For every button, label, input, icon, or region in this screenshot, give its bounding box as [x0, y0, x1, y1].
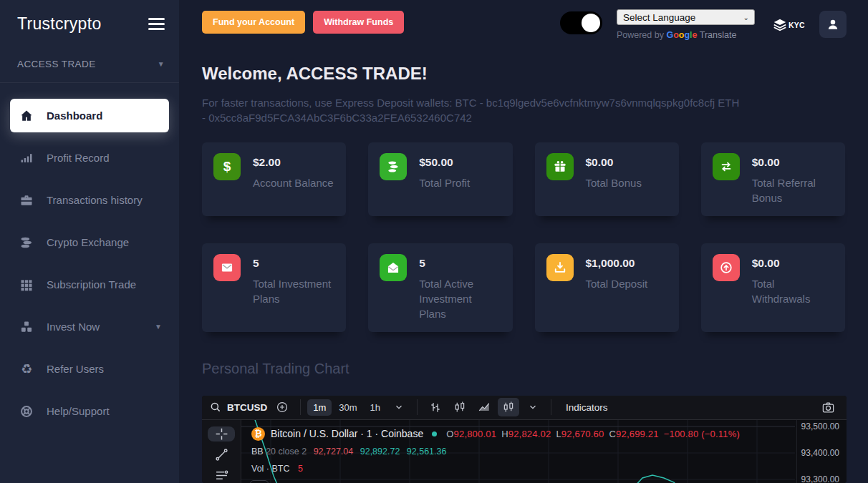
- sidebar-item-dashboard[interactable]: Dashboard: [10, 99, 169, 132]
- sidebar-item-invest-now[interactable]: Invest Now ▼: [10, 310, 169, 343]
- chart-style-candles-button[interactable]: [449, 398, 471, 416]
- stat-label: Total Referral Bonus: [752, 175, 834, 205]
- account-selector[interactable]: ACCESS TRADE ▼: [0, 44, 179, 83]
- chart-section-title: Personal Trading Chart: [202, 361, 845, 377]
- arrow-up-circle-icon: [713, 254, 740, 281]
- chevron-down-icon: ⌄: [743, 14, 749, 21]
- stat-value: 5: [419, 257, 501, 270]
- sidebar-item-label: Profit Record: [47, 152, 110, 164]
- envelope-open-icon: [380, 254, 407, 281]
- candles-icon: [453, 401, 466, 414]
- legend-symbol-row: ₿ Bitcoin / U.S. Dollar · 1 · Coinbase O…: [251, 427, 740, 441]
- price-scale[interactable]: 93,500.00 93,400.00 93,300.00: [796, 420, 847, 483]
- toolbar-divider: [417, 399, 418, 415]
- sidebar-item-transactions-history[interactable]: Transactions history: [10, 183, 169, 217]
- sidebar-item-crypto-exchange[interactable]: Crypto Exchange: [10, 225, 169, 259]
- layers-icon: [772, 17, 788, 33]
- fund-account-button[interactable]: Fund your Account: [202, 11, 305, 34]
- chevron-down-icon: ▼: [155, 323, 162, 331]
- user-icon: [826, 17, 840, 31]
- kyc-button[interactable]: KYC: [772, 17, 805, 33]
- ohlc-values: O92,800.01H92,824.02L92,670.60C92,699.21…: [446, 429, 740, 439]
- horizontal-lines-tool-button[interactable]: [208, 467, 235, 483]
- recycle-icon: ♻: [19, 362, 34, 376]
- stat-value: 5: [253, 257, 334, 270]
- account-name: ACCESS TRADE: [17, 59, 96, 69]
- symbol-label: BTCUSD: [227, 402, 267, 413]
- symbol-search[interactable]: BTCUSD: [209, 401, 270, 414]
- language-select-value: Select Language: [623, 12, 695, 23]
- stat-card-total-referral-bonus: $0.00 Total Referral Bonus: [701, 142, 845, 216]
- stat-label: Account Balance: [253, 175, 334, 190]
- price-label: 93,300.00: [801, 474, 839, 483]
- theme-toggle[interactable]: [560, 11, 602, 34]
- chart-style-menu-button[interactable]: [522, 398, 544, 416]
- withdraw-funds-button[interactable]: Withdraw Funds: [313, 11, 404, 34]
- stat-label: Total Withdrawals: [752, 276, 834, 306]
- stat-value: $0.00: [752, 156, 834, 169]
- briefcase-icon: [19, 193, 34, 208]
- sidebar-item-label: Invest Now: [47, 321, 100, 333]
- legend-collapse-button[interactable]: [250, 480, 269, 483]
- page-title: Welcome, ACCESS TRADE!: [202, 64, 845, 84]
- sidebar-item-label: Subscription Trade: [47, 278, 136, 291]
- camera-icon: [821, 401, 835, 414]
- interval-30m-button[interactable]: 30m: [333, 399, 362, 416]
- chart-style-bars-button[interactable]: [425, 398, 446, 416]
- bitcoin-icon: ₿: [251, 427, 265, 441]
- stat-card-total-deposit: $1,000.00 Total Deposit: [535, 243, 679, 332]
- user-avatar-button[interactable]: [819, 11, 847, 38]
- life-ring-icon: [19, 404, 34, 419]
- crosshair-tool-button[interactable]: [208, 426, 235, 442]
- stat-label: Total Bonus: [586, 175, 642, 190]
- interval-1m-button[interactable]: 1m: [307, 399, 332, 416]
- indicators-button[interactable]: Indicators: [560, 402, 608, 413]
- envelope-icon: [213, 254, 241, 281]
- compare-add-button[interactable]: [271, 398, 293, 416]
- sidebar-item-profit-record[interactable]: Profit Record: [10, 141, 169, 175]
- chart-style-hollow-candles-button[interactable]: [498, 398, 519, 416]
- welcome-section: Welcome, ACCESS TRADE! For faster transa…: [179, 40, 868, 126]
- stat-card-total-bonus: $0.00 Total Bonus: [535, 142, 679, 216]
- sidebar-item-subscription-trade[interactable]: Subscription Trade: [10, 268, 169, 301]
- sidebar-item-refer-users[interactable]: ♻ Refer Users: [10, 352, 169, 386]
- sidebar-item-label: Refer Users: [47, 363, 104, 375]
- chart-style-area-button[interactable]: [473, 398, 495, 416]
- menu-icon[interactable]: [147, 12, 166, 36]
- hollow-candles-icon: [502, 401, 515, 414]
- app-logo[interactable]: Trustcrypto: [17, 14, 101, 34]
- repeat-icon: [713, 153, 740, 180]
- search-icon: [209, 401, 222, 414]
- price-label: 93,400.00: [801, 448, 839, 458]
- gift-icon: [546, 153, 574, 180]
- top-bar: Fund your Account Withdraw Funds Select …: [179, 0, 868, 40]
- google-logo: Google: [666, 30, 697, 40]
- trend-line-tool-button[interactable]: [208, 447, 235, 462]
- toolbar-divider: [551, 399, 551, 415]
- stat-value: $2.00: [253, 156, 334, 169]
- interval-1h-button[interactable]: 1h: [365, 399, 386, 416]
- chart-plot-area[interactable]: ₿ Bitcoin / U.S. Dollar · 1 · Coinbase O…: [241, 420, 796, 483]
- drawing-toolbar: [202, 420, 241, 483]
- powered-by-google-translate: Powered by Google Translate: [617, 30, 755, 40]
- sidebar-nav: Dashboard Profit Record Transactions his…: [0, 99, 179, 436]
- toggle-knob: [582, 14, 600, 32]
- stat-label: Total Investment Plans: [253, 276, 334, 306]
- screenshot-button[interactable]: [821, 401, 835, 414]
- sidebar-item-help-support[interactable]: Help/Support: [10, 394, 169, 428]
- cubes-icon: [19, 320, 34, 334]
- stat-value: $50.00: [419, 156, 470, 169]
- chart-legend: ₿ Bitcoin / U.S. Dollar · 1 · Coinbase O…: [251, 427, 740, 474]
- coins-icon: [380, 153, 407, 180]
- language-select[interactable]: Select Language ⌄: [617, 9, 755, 25]
- stat-value: $0.00: [586, 156, 642, 169]
- market-status-dot: [432, 431, 437, 436]
- deposit-wallets-note: For faster transactions, use Express Dep…: [202, 95, 745, 126]
- download-icon: [546, 254, 574, 281]
- legend-title: Bitcoin / U.S. Dollar · 1 · Coinbase: [271, 428, 423, 439]
- stat-card-total-withdrawals: $0.00 Total Withdrawals: [701, 243, 845, 332]
- trend-line-icon: [214, 447, 229, 462]
- sidebar-item-label: Dashboard: [47, 109, 102, 122]
- legend-bb-row: BB 20 close 2 92,727.04 92,892.72 92,561…: [251, 447, 740, 457]
- interval-menu-button[interactable]: [388, 398, 410, 416]
